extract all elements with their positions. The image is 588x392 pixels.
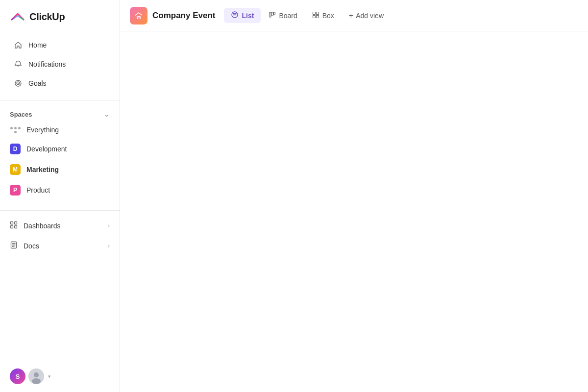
svg-rect-21 xyxy=(316,12,318,14)
home-icon xyxy=(14,41,23,49)
development-avatar: D xyxy=(10,144,21,154)
dashboard-icon xyxy=(10,221,18,230)
svg-rect-20 xyxy=(313,12,315,14)
tab-list-label: List xyxy=(242,12,254,20)
dashboards-chevron-icon: › xyxy=(108,222,110,229)
goals-icon xyxy=(14,79,23,88)
product-avatar: P xyxy=(10,185,21,196)
tab-board[interactable]: Board xyxy=(262,8,304,23)
logo[interactable]: ClickUp xyxy=(0,0,120,33)
docs-left: Docs xyxy=(10,241,39,250)
tab-box-label: Box xyxy=(322,12,334,20)
add-view-label: Add view xyxy=(356,12,384,20)
sidebar-item-dashboards[interactable]: Dashboards › xyxy=(0,216,120,235)
sidebar-item-home[interactable]: Home xyxy=(4,36,116,54)
marketing-avatar: M xyxy=(10,164,21,175)
svg-rect-23 xyxy=(316,15,318,18)
add-view-button[interactable]: + Add view xyxy=(343,8,390,23)
svg-rect-18 xyxy=(271,12,273,16)
sidebar-item-product[interactable]: P Product xyxy=(0,180,120,200)
spaces-title: Spaces xyxy=(10,111,32,118)
workspace-title: Company Event xyxy=(152,11,215,21)
main-content: Company Event List xyxy=(120,0,588,392)
workspace-header: Company Event xyxy=(130,7,215,24)
sidebar-item-goals[interactable]: Goals xyxy=(4,74,116,93)
sidebar-item-marketing[interactable]: M Marketing xyxy=(0,160,120,179)
svg-rect-5 xyxy=(11,226,13,228)
docs-icon xyxy=(10,241,18,250)
sidebar-nav: Home Notifications Goals xyxy=(0,33,120,95)
sidebar-item-notifications-label: Notifications xyxy=(28,60,66,68)
everything-dots-icon xyxy=(10,127,21,133)
bell-icon xyxy=(14,60,23,69)
view-tabs: List Board xyxy=(224,8,390,23)
box-tab-icon xyxy=(312,11,319,20)
sidebar-item-docs-label: Docs xyxy=(24,242,39,250)
svg-rect-17 xyxy=(270,12,271,17)
user-avatar-photo xyxy=(28,368,44,384)
sidebar-item-docs[interactable]: Docs › xyxy=(0,236,120,255)
sidebar-item-dashboards-label: Dashboards xyxy=(24,222,61,230)
chevron-down-icon: ⌄ xyxy=(104,110,110,118)
svg-point-2 xyxy=(18,83,19,84)
svg-rect-22 xyxy=(313,15,315,18)
user-avatar-s: S xyxy=(10,368,25,384)
tab-list[interactable]: List xyxy=(224,8,261,23)
workspace-icon xyxy=(130,7,147,24)
user-dropdown-icon: ▾ xyxy=(48,373,51,380)
sidebar-item-product-label: Product xyxy=(26,186,50,194)
sidebar-item-development[interactable]: D Development xyxy=(0,139,120,159)
sidebar-item-goals-label: Goals xyxy=(28,79,47,87)
sidebar-divider-2 xyxy=(0,210,120,211)
content-area xyxy=(120,31,588,392)
sidebar-item-everything-label: Everything xyxy=(26,126,59,134)
sidebar-footer[interactable]: S ▾ xyxy=(0,361,120,392)
svg-rect-15 xyxy=(138,17,140,19)
sidebar: ClickUp Home Notifications xyxy=(0,0,120,392)
svg-rect-6 xyxy=(15,226,17,228)
logo-text: ClickUp xyxy=(29,11,65,23)
sidebar-divider-1 xyxy=(0,100,120,100)
spaces-header[interactable]: Spaces ⌄ xyxy=(0,105,120,121)
clickup-logo-icon xyxy=(10,9,25,24)
tab-box[interactable]: Box xyxy=(305,8,341,23)
sidebar-item-notifications[interactable]: Notifications xyxy=(4,55,116,74)
list-tab-icon xyxy=(231,11,239,20)
svg-rect-4 xyxy=(15,222,17,224)
sidebar-item-marketing-label: Marketing xyxy=(26,166,59,173)
board-tab-icon xyxy=(269,11,276,20)
sidebar-item-development-label: Development xyxy=(26,145,67,153)
docs-chevron-icon: › xyxy=(108,242,110,249)
svg-rect-3 xyxy=(11,222,13,224)
dashboards-left: Dashboards xyxy=(10,221,61,230)
add-view-plus-icon: + xyxy=(349,11,353,20)
svg-point-12 xyxy=(34,372,39,377)
topbar: Company Event List xyxy=(120,0,588,31)
svg-point-13 xyxy=(32,378,41,384)
sidebar-item-everything[interactable]: Everything xyxy=(0,122,120,138)
tab-board-label: Board xyxy=(279,12,297,20)
sidebar-item-home-label: Home xyxy=(28,41,47,49)
svg-rect-19 xyxy=(274,12,275,15)
